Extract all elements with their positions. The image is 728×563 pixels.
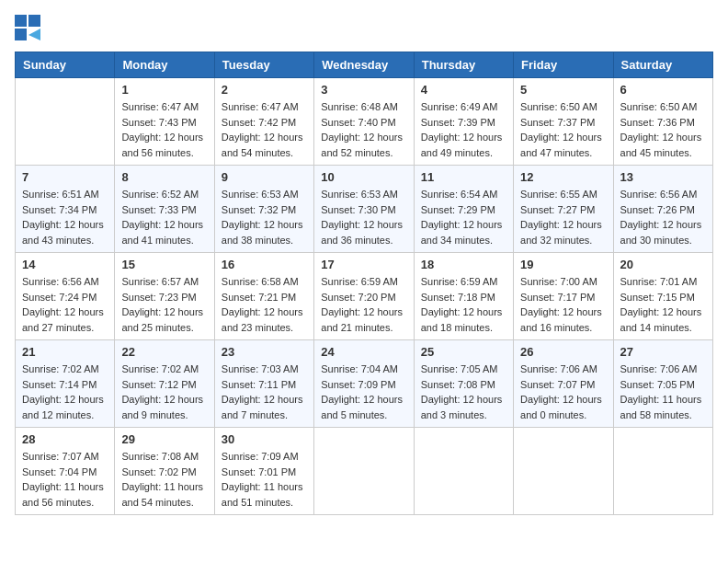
cell-info-text: Sunrise: 7:01 AM: [620, 274, 706, 290]
calendar-cell: 24Sunrise: 7:04 AMSunset: 7:09 PMDayligh…: [314, 340, 414, 428]
cell-info-text: Sunrise: 6:59 AM: [321, 274, 406, 290]
day-number: 1: [121, 83, 207, 97]
cell-info-text: Daylight: 12 hours and 54 minutes.: [222, 130, 307, 160]
cell-info-text: Sunset: 7:08 PM: [421, 377, 506, 393]
svg-marker-3: [28, 29, 40, 40]
calendar-cell: 6Sunrise: 6:50 AMSunset: 7:36 PMDaylight…: [613, 78, 712, 166]
calendar-table: SundayMondayTuesdayWednesdayThursdayFrid…: [15, 52, 713, 515]
cell-info-text: Daylight: 12 hours and 56 minutes.: [121, 130, 207, 160]
cell-info-text: Sunrise: 6:57 AM: [121, 274, 207, 290]
cell-info-text: Sunset: 7:43 PM: [121, 115, 207, 131]
calendar-cell: 5Sunrise: 6:50 AMSunset: 7:37 PMDaylight…: [514, 78, 613, 166]
cell-info-text: Daylight: 12 hours and 23 minutes.: [222, 304, 307, 335]
cell-info-text: Sunset: 7:11 PM: [222, 377, 307, 393]
cell-info-text: Sunset: 7:15 PM: [620, 290, 706, 305]
calendar-cell: [414, 428, 513, 515]
cell-info-text: Sunrise: 6:55 AM: [520, 187, 606, 202]
calendar-cell: 16Sunrise: 6:58 AMSunset: 7:21 PMDayligh…: [214, 253, 313, 340]
cell-info-text: Sunrise: 7:05 AM: [421, 362, 506, 377]
day-number: 21: [22, 345, 108, 359]
day-number: 13: [620, 170, 706, 184]
calendar-cell: 12Sunrise: 6:55 AMSunset: 7:27 PMDayligh…: [514, 166, 613, 253]
day-number: 27: [620, 345, 706, 359]
day-number: 19: [520, 258, 606, 271]
cell-info-text: Sunset: 7:21 PM: [222, 290, 307, 305]
calendar-cell: 21Sunrise: 7:02 AMSunset: 7:14 PMDayligh…: [16, 340, 115, 428]
cell-info-text: Daylight: 12 hours and 45 minutes.: [620, 130, 706, 160]
calendar-cell: 18Sunrise: 6:59 AMSunset: 7:18 PMDayligh…: [414, 253, 513, 340]
calendar-week-row: 28Sunrise: 7:07 AMSunset: 7:04 PMDayligh…: [16, 428, 713, 515]
day-header-friday: Friday: [514, 52, 613, 78]
cell-info-text: Daylight: 12 hours and 12 minutes.: [22, 392, 108, 422]
calendar-cell: 23Sunrise: 7:03 AMSunset: 7:11 PMDayligh…: [214, 340, 313, 428]
day-number: 7: [22, 170, 108, 184]
cell-info-text: Daylight: 12 hours and 3 minutes.: [421, 392, 506, 422]
cell-info-text: Sunset: 7:02 PM: [121, 465, 207, 480]
cell-info-text: Daylight: 12 hours and 34 minutes.: [421, 217, 506, 247]
cell-info-text: Sunset: 7:01 PM: [222, 465, 307, 480]
cell-info-text: Daylight: 12 hours and 27 minutes.: [22, 304, 108, 335]
day-number: 3: [321, 83, 406, 97]
cell-info-text: Sunset: 7:20 PM: [321, 290, 406, 305]
cell-info-text: Daylight: 11 hours and 54 minutes.: [121, 479, 207, 510]
cell-info-text: Sunrise: 7:03 AM: [222, 362, 307, 377]
cell-info-text: Sunset: 7:37 PM: [520, 115, 606, 131]
day-number: 22: [121, 345, 207, 359]
calendar-cell: 25Sunrise: 7:05 AMSunset: 7:08 PMDayligh…: [414, 340, 513, 428]
page-header: [15, 15, 713, 40]
calendar-cell: [314, 428, 414, 515]
cell-info-text: Daylight: 12 hours and 32 minutes.: [520, 217, 606, 247]
cell-info-text: Sunset: 7:42 PM: [222, 115, 307, 131]
day-number: 26: [520, 345, 606, 359]
cell-info-text: Daylight: 12 hours and 21 minutes.: [321, 304, 406, 335]
cell-info-text: Sunset: 7:23 PM: [121, 290, 207, 305]
day-number: 17: [321, 258, 406, 271]
calendar-cell: 3Sunrise: 6:48 AMSunset: 7:40 PMDaylight…: [314, 78, 414, 166]
cell-info-text: Sunset: 7:18 PM: [421, 290, 506, 305]
svg-rect-0: [15, 15, 27, 27]
day-number: 16: [222, 258, 307, 271]
day-header-saturday: Saturday: [613, 52, 712, 78]
cell-info-text: Sunset: 7:40 PM: [321, 115, 406, 131]
cell-info-text: Sunset: 7:07 PM: [520, 377, 606, 393]
cell-info-text: Daylight: 12 hours and 30 minutes.: [620, 217, 706, 247]
calendar-week-row: 7Sunrise: 6:51 AMSunset: 7:34 PMDaylight…: [16, 166, 713, 253]
day-header-thursday: Thursday: [414, 52, 513, 78]
calendar-cell: 29Sunrise: 7:08 AMSunset: 7:02 PMDayligh…: [115, 428, 214, 515]
calendar-cell: 1Sunrise: 6:47 AMSunset: 7:43 PMDaylight…: [115, 78, 214, 166]
cell-info-text: Sunset: 7:12 PM: [121, 377, 207, 393]
cell-info-text: Sunrise: 7:06 AM: [620, 362, 706, 377]
calendar-cell: 27Sunrise: 7:06 AMSunset: 7:05 PMDayligh…: [613, 340, 712, 428]
cell-info-text: Sunrise: 6:52 AM: [121, 187, 207, 202]
cell-info-text: Sunset: 7:04 PM: [22, 465, 108, 480]
cell-info-text: Sunset: 7:14 PM: [22, 377, 108, 393]
day-number: 8: [121, 170, 207, 184]
cell-info-text: Sunrise: 6:47 AM: [121, 99, 207, 115]
day-number: 28: [22, 432, 108, 446]
day-header-wednesday: Wednesday: [314, 52, 414, 78]
cell-info-text: Daylight: 12 hours and 47 minutes.: [520, 130, 606, 160]
calendar-cell: 20Sunrise: 7:01 AMSunset: 7:15 PMDayligh…: [613, 253, 712, 340]
calendar-header-row: SundayMondayTuesdayWednesdayThursdayFrid…: [16, 52, 713, 78]
cell-info-text: Sunset: 7:30 PM: [321, 202, 406, 218]
day-number: 2: [222, 83, 307, 97]
cell-info-text: Daylight: 12 hours and 41 minutes.: [121, 217, 207, 247]
calendar-cell: 19Sunrise: 7:00 AMSunset: 7:17 PMDayligh…: [514, 253, 613, 340]
calendar-cell: 10Sunrise: 6:53 AMSunset: 7:30 PMDayligh…: [314, 166, 414, 253]
calendar-cell: 13Sunrise: 6:56 AMSunset: 7:26 PMDayligh…: [613, 166, 712, 253]
day-number: 12: [520, 170, 606, 184]
calendar-cell: [16, 78, 115, 166]
cell-info-text: Daylight: 11 hours and 56 minutes.: [22, 479, 108, 510]
cell-info-text: Sunset: 7:39 PM: [421, 115, 506, 131]
day-number: 11: [421, 170, 506, 184]
cell-info-text: Sunset: 7:29 PM: [421, 202, 506, 218]
cell-info-text: Sunrise: 7:02 AM: [22, 362, 108, 377]
cell-info-text: Sunset: 7:05 PM: [620, 377, 706, 393]
calendar-cell: 2Sunrise: 6:47 AMSunset: 7:42 PMDaylight…: [214, 78, 313, 166]
day-number: 5: [520, 83, 606, 97]
cell-info-text: Daylight: 12 hours and 7 minutes.: [222, 392, 307, 422]
cell-info-text: Sunrise: 7:06 AM: [520, 362, 606, 377]
day-number: 18: [421, 258, 506, 271]
cell-info-text: Sunrise: 6:58 AM: [222, 274, 307, 290]
day-number: 29: [121, 432, 207, 446]
